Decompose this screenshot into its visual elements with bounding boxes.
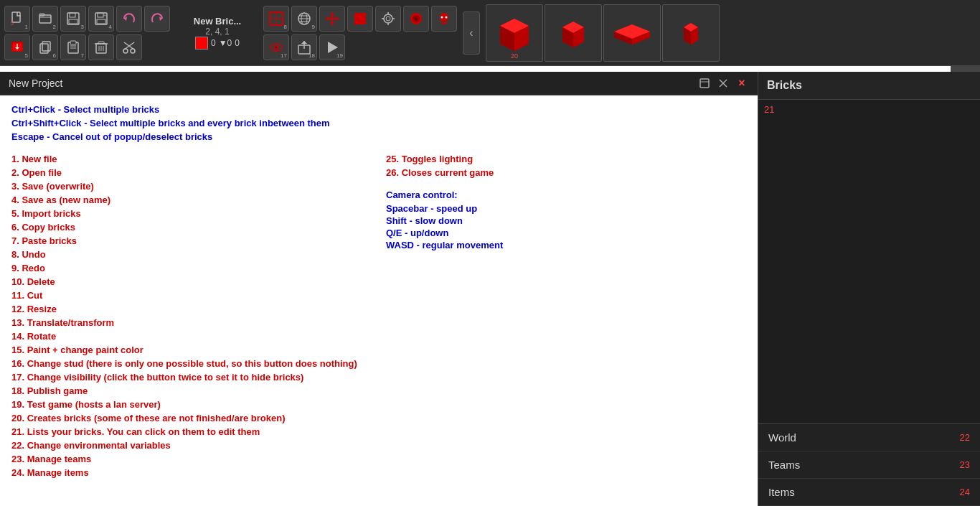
project-vals: 0 ▼0 0 bbox=[195, 37, 240, 50]
toolbar-icons-row2: 17 18 19 bbox=[263, 34, 457, 60]
svg-point-58 bbox=[441, 16, 443, 18]
help-item-22: 22. Change environmental variables bbox=[11, 440, 372, 451]
svg-rect-47 bbox=[354, 13, 366, 24]
help-item-23: 23. Manage teams bbox=[11, 454, 372, 464]
svg-text:5: 5 bbox=[11, 21, 14, 26]
window-icon-button[interactable] bbox=[697, 76, 712, 90]
camera-item-1: Spacebar - speed up bbox=[386, 203, 746, 214]
close-icon-button[interactable] bbox=[716, 76, 730, 90]
publish-button[interactable]: 18 bbox=[291, 34, 317, 60]
brick-list-label: 21 bbox=[761, 103, 977, 421]
world-label: World bbox=[768, 431, 796, 444]
x-coord: 0 bbox=[211, 38, 216, 48]
project-coords: 2, 4, 1 bbox=[205, 27, 229, 37]
select-button[interactable]: 8 bbox=[263, 6, 289, 32]
import-bricks-button[interactable]: 5 bbox=[4, 34, 30, 60]
svg-point-48 bbox=[384, 14, 392, 23]
transform-button[interactable] bbox=[319, 6, 345, 32]
help-item-7: 7. Paste bricks bbox=[11, 235, 372, 246]
help-item-24: 24. Manage items bbox=[11, 467, 372, 478]
help-title-bar: New Project × bbox=[0, 72, 758, 95]
toolbar-icons-mid: 8 9 bbox=[260, 1, 460, 65]
help-item-2: 2. Open file bbox=[11, 167, 372, 178]
toolbar-row-2: 5 6 7 bbox=[4, 34, 170, 60]
save-as-button[interactable]: + 4 bbox=[88, 6, 114, 32]
help-item-8: 8. Undo bbox=[11, 249, 372, 260]
help-item-25: 25. Toggles lighting bbox=[386, 154, 746, 164]
toolbar: 5 1 2 3 + 4 bbox=[0, 0, 980, 66]
btn-num-19: 19 bbox=[336, 52, 343, 59]
camera-item-2: Shift - slow down bbox=[386, 215, 746, 226]
brick-thumb-small[interactable] bbox=[662, 4, 720, 62]
network-button[interactable]: 9 bbox=[291, 6, 317, 32]
right-panel-bottom: World 22 Teams 23 Items 24 bbox=[758, 423, 980, 506]
teams-item[interactable]: Teams 23 bbox=[758, 451, 980, 479]
help-item-18: 18. Publish game bbox=[11, 385, 372, 396]
toolbar-icons-row1: 8 9 bbox=[263, 6, 457, 32]
brick-thumb-medium[interactable] bbox=[545, 4, 602, 62]
teams-num: 23 bbox=[960, 459, 970, 470]
btn-num-6: 6 bbox=[53, 52, 56, 59]
btn-num-8: 8 bbox=[284, 24, 287, 30]
svg-rect-8 bbox=[98, 13, 103, 17]
help-item-11: 11. Cut bbox=[11, 290, 372, 301]
undo-button[interactable] bbox=[116, 6, 142, 32]
shape2-button[interactable] bbox=[431, 6, 457, 32]
brick-thumb-flat[interactable] bbox=[603, 4, 661, 62]
help-item-13: 13. Translate/transform bbox=[11, 317, 372, 328]
bricks-panel-header: Bricks bbox=[758, 72, 980, 100]
color-button[interactable] bbox=[347, 6, 373, 32]
toolbar-left-buttons: 5 1 2 3 + 4 bbox=[0, 1, 174, 65]
btn-num-18: 18 bbox=[308, 52, 315, 59]
help-item-20: 20. Creates bricks (some of these are no… bbox=[11, 413, 372, 423]
help-item-9: 9. Redo bbox=[11, 263, 372, 273]
paste-bricks-button[interactable]: 7 bbox=[60, 34, 86, 60]
brick-thumb-20[interactable]: 20 bbox=[486, 4, 543, 62]
svg-rect-6 bbox=[69, 19, 77, 24]
brick-thumbnails: 20 bbox=[483, 1, 980, 65]
teams-label: Teams bbox=[768, 459, 800, 471]
svg-rect-83 bbox=[700, 79, 709, 88]
toolbar-center: New Bric... 2, 4, 1 0 ▼0 0 bbox=[174, 13, 260, 52]
new-file-button[interactable]: 5 1 bbox=[4, 6, 30, 32]
btn-num-4: 4 bbox=[109, 24, 112, 30]
visibility-button[interactable]: 17 bbox=[263, 34, 289, 60]
shape1-button[interactable] bbox=[403, 6, 429, 32]
btn-num-5: 5 bbox=[25, 52, 28, 59]
help-col-right: 25. Toggles lighting 26. Closes current … bbox=[386, 154, 746, 481]
shortcut-2: Ctrl+Shift+Click - Select multiple brick… bbox=[11, 118, 746, 128]
help-section: 1. New file 2. Open file 3. Save (overwr… bbox=[11, 154, 746, 481]
color-indicator bbox=[195, 37, 208, 50]
svg-rect-25 bbox=[98, 42, 104, 44]
btn-num-1: 1 bbox=[25, 24, 28, 30]
project-title: New Bric... bbox=[194, 16, 241, 27]
brick-grid: 21 bbox=[758, 100, 980, 423]
delete-button[interactable] bbox=[88, 34, 114, 60]
help-content: Ctrl+Click - Select multiple bricks Ctrl… bbox=[0, 95, 758, 506]
redo-button[interactable] bbox=[144, 6, 170, 32]
help-item-21: 21. Lists your bricks. You can click on … bbox=[11, 426, 372, 437]
extra-close-button[interactable]: × bbox=[735, 76, 749, 90]
nav-prev-arrow[interactable]: ‹ bbox=[463, 11, 480, 55]
shortcut-3: Escape - Cancel out of popup/deselect br… bbox=[11, 131, 746, 142]
svg-point-49 bbox=[386, 17, 390, 21]
help-item-5: 5. Import bricks bbox=[11, 208, 372, 219]
play-button[interactable]: 19 bbox=[319, 34, 345, 60]
copy-bricks-button[interactable]: 6 bbox=[32, 34, 58, 60]
items-item[interactable]: Items 24 bbox=[758, 479, 980, 506]
open-file-button[interactable]: 2 bbox=[32, 6, 58, 32]
help-item-26: 26. Closes current game bbox=[386, 167, 746, 178]
svg-marker-46 bbox=[336, 17, 339, 21]
project-name: New Project bbox=[9, 78, 62, 89]
help-item-4: 4. Save as (new name) bbox=[11, 195, 372, 205]
help-item-3: 3. Save (overwrite) bbox=[11, 181, 372, 192]
svg-marker-44 bbox=[330, 22, 334, 25]
world-item[interactable]: World 22 bbox=[758, 424, 980, 451]
progress-bar-container bbox=[0, 66, 980, 72]
cut-button[interactable] bbox=[116, 34, 142, 60]
stud-button[interactable] bbox=[375, 6, 401, 32]
save-overwrite-button[interactable]: 3 bbox=[60, 6, 86, 32]
svg-rect-9 bbox=[97, 19, 105, 24]
svg-marker-43 bbox=[330, 12, 334, 15]
btn-num-17: 17 bbox=[281, 52, 287, 59]
